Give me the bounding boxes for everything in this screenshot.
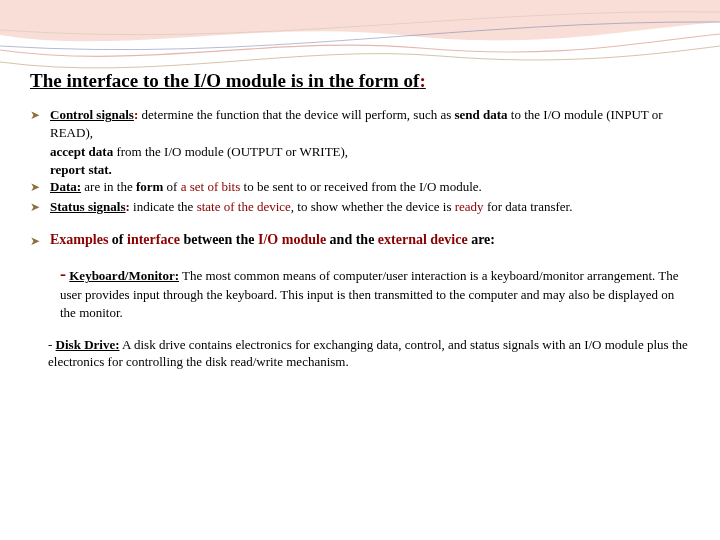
arrow-icon: ➤: [30, 233, 40, 249]
ex-bold: of: [108, 232, 127, 247]
text: for data transfer.: [484, 199, 573, 214]
bullet-status-signals: ➤ Status signals: indicate the state of …: [30, 198, 690, 216]
bullet-control-signals: ➤ Control signals: determine the functio…: [30, 106, 690, 141]
ex-red: interface: [127, 232, 180, 247]
content-area: The interface to the I/O module is in th…: [30, 70, 690, 371]
text: of: [163, 179, 180, 194]
ex-red: Examples: [50, 232, 108, 247]
text: to be sent to or received from the I/O m…: [240, 179, 482, 194]
ex-bold: and the: [326, 232, 378, 247]
title-colon: :: [419, 70, 425, 91]
text-bold: accept data: [50, 144, 113, 159]
text-red: a set of bits: [181, 179, 241, 194]
title-text: The interface to the I/O module is in th…: [30, 70, 419, 91]
arrow-icon: ➤: [30, 107, 40, 123]
sub-text: A disk drive contains electronics for ex…: [48, 337, 688, 370]
term-status-signals: Status signals: [50, 199, 126, 214]
page-title: The interface to the I/O module is in th…: [30, 70, 690, 92]
ex-red: external device: [378, 232, 468, 247]
sub-title: Disk Drive:: [56, 337, 120, 352]
text: are in the: [81, 179, 136, 194]
bullet-data: ➤ Data: are in the form of a set of bits…: [30, 178, 690, 196]
bullet-examples: ➤ Examples of interface between the I/O …: [30, 231, 690, 250]
text-red: ready: [455, 199, 484, 214]
term-data: Data:: [50, 179, 81, 194]
dash: -: [48, 337, 56, 352]
text: , to show whether the device is: [291, 199, 455, 214]
slide: The interface to the I/O module is in th…: [0, 0, 720, 540]
text: determine the function that the device w…: [142, 107, 455, 122]
cont-line: accept data from the I/O module (OUTPUT …: [30, 143, 690, 161]
sub-disk-drive: - Disk Drive: A disk drive contains elec…: [30, 336, 690, 371]
text-red: state of the device: [197, 199, 291, 214]
sub-keyboard-monitor: - Keyboard/Monitor: The most common mean…: [30, 262, 690, 321]
arrow-icon: ➤: [30, 179, 40, 195]
arrow-icon: ➤: [30, 199, 40, 215]
ex-red: I/O module: [258, 232, 326, 247]
text: indicate the: [130, 199, 197, 214]
term-colon: :: [134, 107, 138, 122]
text-bold: send data: [455, 107, 508, 122]
dash-icon: -: [60, 264, 66, 284]
ex-bold: between the: [180, 232, 258, 247]
text-bold: form: [136, 179, 163, 194]
cont-line: report stat.: [30, 161, 690, 179]
ex-bold: are:: [468, 232, 495, 247]
text: from the I/O module (OUTPUT or WRITE),: [113, 144, 348, 159]
text-bold: report stat.: [50, 162, 112, 177]
sub-title: Keyboard/Monitor:: [69, 268, 179, 283]
term-control-signals: Control signals: [50, 107, 134, 122]
